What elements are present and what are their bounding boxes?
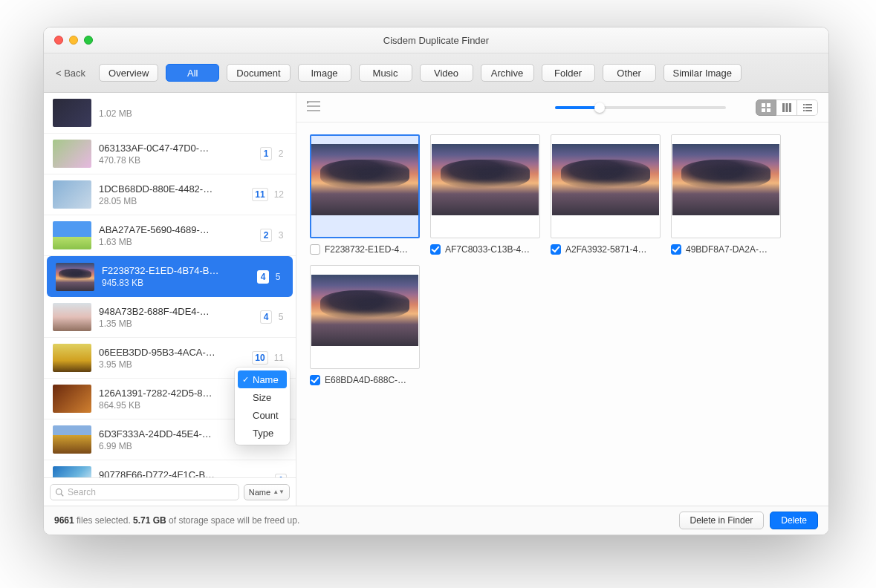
item-size: 3.95 MB (99, 359, 244, 370)
list-item[interactable]: ABA27A7E-5690-4689-… 1.63 MB 2 3 (44, 215, 296, 256)
item-name: 90778F66-D772-4F1C-B… (99, 469, 267, 478)
sort-option-type[interactable]: Type (238, 424, 287, 442)
svg-rect-13 (803, 110, 805, 111)
grid-item[interactable]: AF7C8033-C13B-4… (430, 134, 540, 255)
tab-video[interactable]: Video (420, 64, 473, 82)
view-list-button[interactable] (797, 99, 818, 116)
item-name: 1DCB68DD-880E-4482-… (99, 183, 244, 195)
back-button[interactable]: < Back (53, 68, 91, 79)
footer: 9661 files selected. 5.71 GB of storage … (44, 506, 828, 535)
item-name: F2238732-E1ED-4… (325, 244, 420, 255)
thumbnail (53, 385, 91, 413)
thumbnail (53, 221, 91, 249)
svg-rect-10 (805, 104, 812, 105)
app-window: Cisdem Duplicate Finder < Back Overview … (43, 27, 829, 535)
list-item[interactable]: 063133AF-0C47-47D0-… 470.78 KB 1 2 (44, 134, 296, 174)
checkbox[interactable] (551, 244, 561, 255)
item-name: F2238732-E1ED-4B74-B… (102, 265, 250, 276)
list-item[interactable]: 90778F66-D772-4F1C-B… 2.93 MB 1 (44, 460, 296, 477)
grid-item[interactable]: F2238732-E1ED-4… (310, 134, 420, 255)
thumbnail (53, 99, 91, 127)
thumbnail (56, 263, 94, 291)
grid-item[interactable]: A2FA3932-5871-4… (551, 134, 661, 255)
minimize-icon[interactable] (69, 36, 78, 45)
search-field[interactable] (50, 484, 239, 500)
delete-in-finder-button[interactable]: Delete in Finder (679, 512, 765, 529)
grid-item[interactable]: E68BDA4D-688C-… (310, 265, 420, 385)
delete-button[interactable]: Delete (770, 512, 818, 529)
count-selected: 10 (252, 351, 267, 365)
sort-option-size[interactable]: Size (238, 388, 287, 406)
svg-rect-12 (805, 107, 812, 108)
item-name: 948A73B2-688F-4DE4-… (99, 306, 253, 317)
tab-folder[interactable]: Folder (542, 64, 595, 82)
traffic-lights (44, 36, 93, 45)
checkbox[interactable] (671, 244, 681, 255)
checkbox[interactable] (430, 244, 441, 255)
toolbar: < Back Overview All Document Image Music… (44, 53, 828, 93)
count-selected: 11 (252, 188, 267, 201)
tab-music[interactable]: Music (359, 64, 412, 82)
item-size: 864.95 KB (99, 400, 244, 411)
item-counts: 10 11 (252, 351, 287, 365)
sort-option-count[interactable]: Count (238, 406, 287, 424)
sidebar-footer: Name ▲▼ (44, 477, 296, 506)
list-item[interactable]: 1.02 MB (44, 93, 296, 134)
sort-button[interactable]: Name ▲▼ (244, 484, 290, 500)
tab-all[interactable]: All (166, 64, 219, 82)
view-grid-button[interactable] (756, 99, 776, 116)
item-size: 28.05 MB (99, 196, 244, 206)
main-toolbar (296, 93, 828, 122)
item-counts: 4 5 (260, 310, 287, 324)
thumbnail (430, 134, 540, 238)
main-panel: F2238732-E1ED-4… AF7C8033-C13B-4… (296, 93, 828, 506)
thumbnail (671, 134, 781, 238)
list-toggle-icon[interactable] (307, 101, 320, 114)
item-name: A2FA3932-5871-4… (565, 244, 661, 255)
tab-document[interactable]: Document (227, 64, 290, 82)
svg-rect-11 (803, 107, 805, 108)
zoom-icon[interactable] (84, 36, 93, 45)
sidebar-list[interactable]: 1.02 MB 063133AF-0C47-47D0-… 470.78 KB 1… (44, 93, 296, 477)
close-icon[interactable] (54, 36, 63, 45)
count-selected: 1 (260, 147, 272, 160)
grid-item[interactable]: 49BDF8A7-DA2A-… (671, 134, 781, 255)
checkbox[interactable] (310, 375, 320, 385)
list-item[interactable]: 948A73B2-688F-4DE4-… 1.35 MB 4 5 (44, 297, 296, 338)
view-mode-toggle (756, 99, 818, 116)
svg-rect-8 (789, 103, 791, 112)
svg-rect-7 (785, 103, 788, 112)
tab-similar-image[interactable]: Similar Image (664, 64, 742, 82)
sort-button-label: Name (249, 488, 270, 497)
item-counts: 4 5 (257, 270, 284, 284)
tab-other[interactable]: Other (603, 64, 656, 82)
item-name: 063133AF-0C47-47D0-… (99, 143, 253, 154)
item-name: ABA27A7E-5690-4689-… (99, 224, 253, 235)
item-name: 49BDF8A7-DA2A-… (686, 244, 781, 255)
tab-image[interactable]: Image (298, 64, 351, 82)
view-columns-button[interactable] (776, 99, 797, 116)
thumbnail (310, 265, 420, 369)
count-selected: 4 (260, 310, 272, 324)
chevron-updown-icon: ▲▼ (273, 489, 285, 495)
list-item[interactable]: 1DCB68DD-880E-4482-… 28.05 MB 11 12 (44, 174, 296, 215)
thumbnail (53, 425, 91, 454)
search-input[interactable] (68, 487, 234, 497)
item-name: E68BDA4D-688C-… (325, 375, 420, 385)
sort-option-name[interactable]: Name (238, 370, 287, 388)
slider-knob[interactable] (594, 102, 605, 113)
svg-rect-6 (782, 103, 785, 112)
count-selected: 2 (260, 229, 272, 242)
list-item-selected[interactable]: F2238732-E1ED-4B74-B… 945.83 KB 4 5 (47, 256, 293, 297)
tab-archive[interactable]: Archive (481, 64, 534, 82)
search-icon (55, 488, 64, 497)
tab-overview[interactable]: Overview (99, 64, 158, 82)
svg-rect-9 (803, 104, 805, 105)
item-name: 126A1391-7282-42D5-8… (99, 388, 244, 399)
svg-rect-4 (762, 108, 765, 112)
item-name: 06EEB3DD-95B3-4ACA-… (99, 347, 244, 358)
item-size: 1.35 MB (99, 318, 253, 329)
thumbnail (551, 134, 661, 238)
checkbox[interactable] (310, 244, 320, 255)
thumbnail-size-slider[interactable] (555, 106, 726, 109)
